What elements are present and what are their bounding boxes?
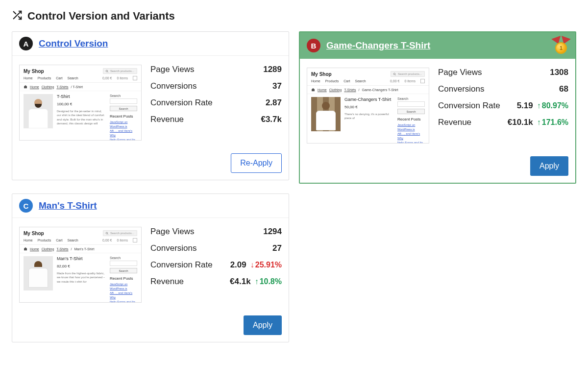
arrow-up-icon: ↑ — [537, 101, 541, 110]
metric-label-revenue: Revenue — [150, 277, 184, 287]
variant-head: B Game-Changers T-Shirt 1 — [300, 32, 575, 59]
variant-badge-a: A — [19, 37, 33, 50]
variant-title-link[interactable]: Man's T-Shirt — [39, 200, 97, 211]
apply-button[interactable]: Apply — [530, 156, 568, 176]
metric-label-revenue: Revenue — [438, 118, 471, 127]
variant-title-link[interactable]: Game-Changers T-Shirt — [326, 40, 430, 51]
metric-value-conversions: 37 — [272, 81, 282, 91]
svg-line-4 — [107, 72, 108, 72]
apply-button[interactable]: Apply — [244, 315, 282, 335]
arrow-up-icon: ↑ — [255, 277, 259, 286]
metric-value-revenue: €10.1k — [508, 118, 533, 127]
section-header: Control Version and Variants — [12, 10, 576, 23]
metric-label-views: Page Views — [150, 65, 194, 74]
winner-medal-icon: 1 — [554, 37, 568, 54]
variant-title-link[interactable]: Control Version — [39, 38, 108, 49]
variant-badge-b: B — [307, 39, 320, 52]
variant-thumbnail: My Shop Search products... Home Products… — [19, 227, 142, 303]
variant-card-b: B Game-Changers T-Shirt 1 My Shop Search… — [299, 31, 576, 184]
thumb-search: Search products... — [103, 68, 137, 74]
variant-head: C Man's T-Shirt — [12, 194, 289, 218]
svg-line-6 — [395, 74, 395, 75]
variant-thumbnail: My Shop Search products... Home Products… — [19, 65, 142, 141]
metric-value-views: 1308 — [550, 68, 568, 77]
metrics: Page Views1289 Conversions37 Conversion … — [150, 65, 282, 141]
variants-grid: A Control Version My Shop Search product… — [12, 31, 576, 342]
metrics: Page Views1308 Conversions68 Conversion … — [438, 68, 568, 144]
metric-label-conversions: Conversions — [150, 243, 197, 253]
svg-point-7 — [106, 232, 108, 234]
metric-value-views: 1289 — [263, 65, 282, 74]
metric-value-rate: 2.09 — [230, 260, 246, 270]
metric-value-conversions: 68 — [559, 84, 568, 94]
metric-delta-rate: ↑80.97% — [537, 101, 568, 110]
metric-delta-rate: ↓25.91% — [250, 261, 282, 269]
metric-delta-revenue: ↑171.6% — [537, 118, 568, 127]
metric-value-conversions: 27 — [272, 243, 282, 253]
metric-label-rate: Conversion Rate — [150, 98, 213, 108]
metric-label-conversions: Conversions — [150, 81, 197, 91]
metric-value-revenue: €4.1k — [230, 277, 251, 287]
metric-label-revenue: Revenue — [150, 115, 184, 124]
reapply-button[interactable]: Re-Apply — [231, 153, 282, 173]
svg-point-3 — [106, 70, 108, 72]
metric-value-revenue: €3.7k — [261, 115, 282, 124]
arrow-up-icon: ↑ — [537, 118, 541, 127]
variant-card-c: C Man's T-Shirt My Shop Search products.… — [12, 193, 289, 342]
svg-line-2 — [14, 12, 16, 14]
variant-card-a: A Control Version My Shop Search product… — [12, 31, 289, 180]
metric-label-rate: Conversion Rate — [150, 260, 213, 270]
metric-label-conversions: Conversions — [438, 84, 485, 94]
arrow-down-icon: ↓ — [250, 261, 254, 269]
variant-thumbnail: My Shop Search products... Home Products… — [307, 68, 429, 144]
svg-line-8 — [107, 234, 108, 234]
shuffle-icon — [12, 10, 23, 23]
metric-label-views: Page Views — [150, 227, 194, 237]
metric-value-rate: 2.87 — [266, 98, 282, 108]
variant-head: A Control Version — [12, 32, 289, 56]
metric-label-views: Page Views — [438, 68, 482, 77]
thumb-brand: My Shop — [24, 69, 44, 74]
metric-value-views: 1294 — [263, 227, 282, 237]
section-title: Control Version and Variants — [27, 10, 175, 23]
metric-label-rate: Conversion Rate — [438, 101, 500, 111]
metric-value-rate: 5.19 — [517, 101, 533, 111]
variant-badge-c: C — [19, 199, 33, 213]
metric-delta-revenue: ↑10.8% — [255, 277, 282, 286]
svg-point-5 — [393, 73, 395, 75]
metrics: Page Views1294 Conversions27 Conversion … — [150, 227, 282, 303]
